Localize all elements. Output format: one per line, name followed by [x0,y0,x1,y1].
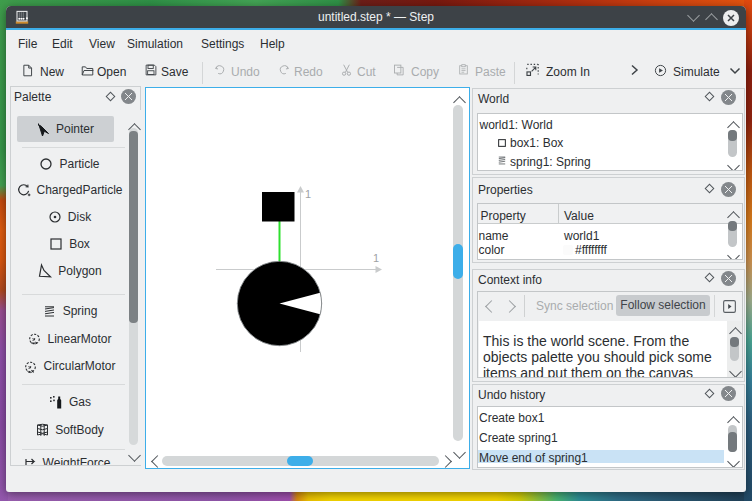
svg-text:1: 1 [373,252,379,264]
svg-text:1: 1 [305,188,311,200]
